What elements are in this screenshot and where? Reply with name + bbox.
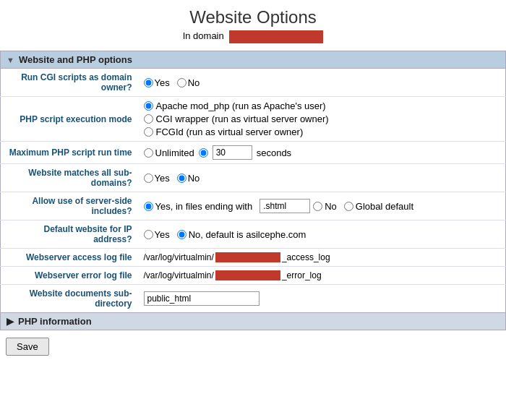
run-cgi-value: Yes No bbox=[138, 69, 506, 97]
website-php-section-header[interactable]: ▼ Website and PHP options bbox=[0, 51, 506, 69]
default-website-radio-group: Yes No, default is asilcephe.com bbox=[144, 229, 500, 240]
access-log-value: /var/log/virtualmin/ _access_log bbox=[138, 249, 506, 267]
max-php-time-value: Unlimited seconds bbox=[138, 142, 506, 164]
run-cgi-no-radio[interactable] bbox=[177, 78, 186, 87]
ssi-label: Allow use of server-side includes? bbox=[1, 192, 138, 220]
in-domain-value bbox=[229, 30, 323, 43]
website-matches-yes-text: Yes bbox=[155, 173, 170, 184]
run-cgi-no-text: No bbox=[188, 77, 200, 88]
run-cgi-yes-radio[interactable] bbox=[144, 78, 153, 87]
in-domain-row: In domain bbox=[0, 30, 506, 43]
access-log-label: Webserver access log file bbox=[1, 249, 138, 267]
table-row: Website matches all sub-domains? Yes No bbox=[1, 164, 506, 192]
error-log-suffix: _error_log bbox=[282, 270, 322, 280]
error-log-redacted bbox=[215, 270, 280, 280]
max-php-time-group: Unlimited seconds bbox=[144, 145, 500, 160]
php-mode-apache-radio[interactable] bbox=[144, 101, 153, 111]
ssi-yes-files-radio[interactable] bbox=[144, 202, 153, 211]
run-cgi-yes-text: Yes bbox=[155, 77, 170, 88]
php-mode-cgi-text: CGI wrapper (run as virtual server owner… bbox=[156, 113, 329, 124]
ssi-radio-group: Yes, in files ending with No Global defa… bbox=[144, 199, 500, 213]
ssi-global-label[interactable]: Global default bbox=[344, 201, 413, 212]
default-website-no-text: No, default is asilcephe.com bbox=[189, 229, 306, 240]
website-php-section-label: Website and PHP options bbox=[19, 54, 132, 65]
ssi-global-text: Global default bbox=[356, 201, 413, 212]
website-matches-label: Website matches all sub-domains? bbox=[1, 164, 138, 192]
access-log-prefix: /var/log/virtualmin/ bbox=[144, 252, 214, 262]
unlimited-radio[interactable] bbox=[144, 148, 153, 158]
php-mode-fcgid-radio[interactable] bbox=[144, 127, 153, 137]
default-website-no-label[interactable]: No, default is asilcephe.com bbox=[177, 229, 306, 240]
table-row: Allow use of server-side includes? Yes, … bbox=[1, 192, 506, 220]
expand-arrow-icon: ▶ bbox=[7, 316, 14, 327]
run-cgi-no-label[interactable]: No bbox=[177, 77, 200, 88]
php-mode-fcgid-text: FCGId (run as virtual server owner) bbox=[156, 127, 304, 137]
default-website-value: Yes No, default is asilcephe.com bbox=[138, 220, 506, 249]
max-php-time-label: Maximum PHP script run time bbox=[1, 142, 138, 164]
save-button[interactable]: Save bbox=[6, 338, 49, 356]
unlimited-text: Unlimited bbox=[155, 147, 194, 158]
default-website-label: Default website for IP address? bbox=[1, 220, 138, 249]
default-website-no-radio[interactable] bbox=[177, 230, 186, 239]
website-matches-radio-group: Yes No bbox=[144, 173, 500, 184]
page-title: Website Options bbox=[0, 0, 506, 30]
website-matches-no-label[interactable]: No bbox=[177, 173, 200, 184]
php-info-section-header[interactable]: ▶ PHP information bbox=[0, 313, 506, 330]
seconds-text: seconds bbox=[257, 147, 291, 158]
seconds-label[interactable] bbox=[199, 148, 208, 158]
doc-subdir-value bbox=[138, 285, 506, 313]
seconds-radio[interactable] bbox=[199, 148, 208, 158]
table-row: Run CGI scripts as domain owner? Yes No bbox=[1, 69, 506, 97]
php-mode-apache-text: Apache mod_php (run as Apache's user) bbox=[156, 100, 326, 111]
php-mode-value: Apache mod_php (run as Apache's user) CG… bbox=[138, 97, 506, 142]
default-website-yes-label[interactable]: Yes bbox=[144, 229, 170, 240]
run-cgi-radio-group: Yes No bbox=[144, 77, 500, 88]
unlimited-label[interactable]: Unlimited bbox=[144, 147, 194, 158]
access-log-redacted bbox=[215, 252, 280, 262]
website-matches-value: Yes No bbox=[138, 164, 506, 192]
shtml-input[interactable] bbox=[260, 199, 310, 213]
ssi-yes-files-text: Yes, in files ending with bbox=[155, 201, 253, 212]
php-mode-label: PHP script execution mode bbox=[1, 97, 138, 142]
php-mode-fcgid-label[interactable]: FCGId (run as virtual server owner) bbox=[144, 127, 500, 137]
seconds-input[interactable] bbox=[213, 145, 252, 160]
error-log-prefix: /var/log/virtualmin/ bbox=[144, 270, 214, 280]
in-domain-label: In domain bbox=[183, 30, 224, 41]
website-matches-yes-radio[interactable] bbox=[144, 173, 153, 183]
default-website-yes-text: Yes bbox=[155, 229, 170, 240]
doc-subdir-input[interactable] bbox=[144, 291, 260, 306]
options-table: Run CGI scripts as domain owner? Yes No … bbox=[0, 69, 506, 313]
collapse-arrow-icon: ▼ bbox=[7, 56, 14, 64]
ssi-yes-files-label[interactable]: Yes, in files ending with bbox=[144, 201, 253, 212]
table-row: PHP script execution mode Apache mod_php… bbox=[1, 97, 506, 142]
table-row: Webserver error log file /var/log/virtua… bbox=[1, 267, 506, 285]
website-matches-yes-label[interactable]: Yes bbox=[144, 173, 170, 184]
ssi-global-radio[interactable] bbox=[344, 202, 353, 211]
php-mode-cgi-radio[interactable] bbox=[144, 114, 153, 124]
php-mode-apache-label[interactable]: Apache mod_php (run as Apache's user) bbox=[144, 100, 500, 111]
ssi-no-label[interactable]: No bbox=[313, 201, 337, 212]
default-website-yes-radio[interactable] bbox=[144, 230, 153, 239]
table-row: Webserver access log file /var/log/virtu… bbox=[1, 249, 506, 267]
run-cgi-yes-label[interactable]: Yes bbox=[144, 77, 170, 88]
ssi-no-radio[interactable] bbox=[313, 202, 322, 211]
ssi-no-text: No bbox=[325, 201, 337, 212]
website-matches-no-text: No bbox=[188, 173, 200, 184]
save-row: Save bbox=[0, 330, 506, 363]
error-log-label: Webserver error log file bbox=[1, 267, 138, 285]
error-log-value: /var/log/virtualmin/ _error_log bbox=[138, 267, 506, 285]
ssi-value: Yes, in files ending with No Global defa… bbox=[138, 192, 506, 220]
website-matches-no-radio[interactable] bbox=[177, 173, 186, 183]
doc-subdir-label: Website documents sub-directory bbox=[1, 285, 138, 313]
php-info-section-label: PHP information bbox=[18, 316, 92, 327]
table-row: Website documents sub-directory bbox=[1, 285, 506, 313]
table-row: Default website for IP address? Yes No, … bbox=[1, 220, 506, 249]
run-cgi-label: Run CGI scripts as domain owner? bbox=[1, 69, 138, 97]
table-row: Maximum PHP script run time Unlimited se… bbox=[1, 142, 506, 164]
php-mode-cgi-label[interactable]: CGI wrapper (run as virtual server owner… bbox=[144, 113, 500, 124]
access-log-suffix: _access_log bbox=[282, 252, 330, 262]
